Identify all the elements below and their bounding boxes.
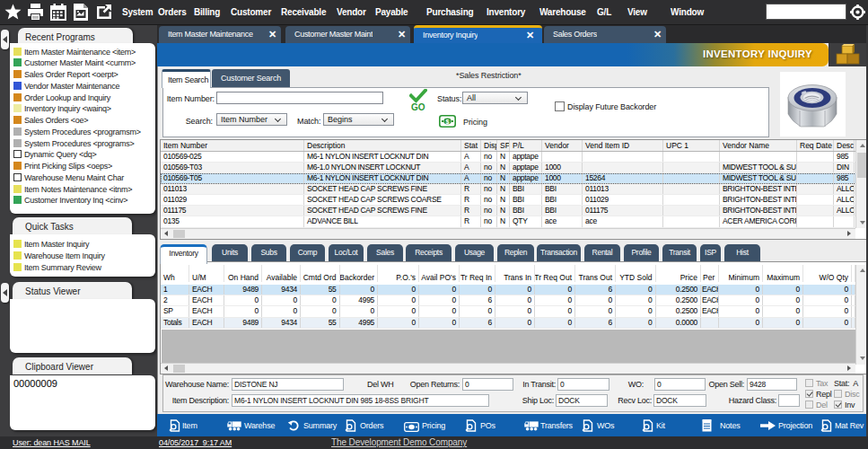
svg-text:$: $ [446, 119, 450, 126]
